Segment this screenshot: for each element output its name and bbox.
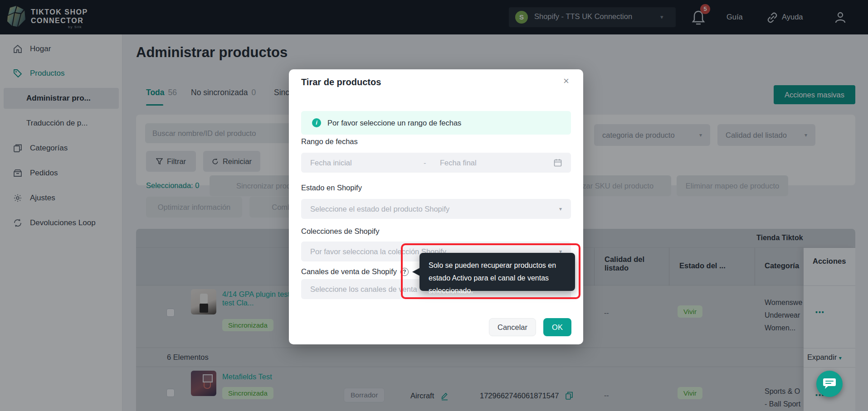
- app-root: TIKTOK SHOP CONNECTOR by Silk S Shopify …: [0, 0, 868, 411]
- tooltip-arrow: [412, 268, 420, 276]
- date-range-input[interactable]: Fecha inicial - Fecha final: [301, 153, 571, 173]
- pull-products-modal: Tirar de productos × i Por favor selecci…: [289, 69, 583, 344]
- modal-title: Tirar de productos: [301, 77, 381, 87]
- question-circle-icon[interactable]: ?: [400, 268, 409, 276]
- close-icon[interactable]: ×: [563, 75, 569, 87]
- shopify-status-label: Estado en Shopify: [301, 184, 362, 192]
- chat-bubble-icon: [823, 377, 836, 390]
- date-start-placeholder[interactable]: Fecha inicial: [310, 159, 424, 167]
- chevron-down-icon: ▾: [559, 206, 562, 212]
- date-range-label: Rango de fechas: [301, 137, 358, 146]
- sales-channel-tooltip: Solo se pueden recuperar productos en es…: [419, 253, 575, 291]
- info-banner: i Por favor seleccione un rango de fecha…: [301, 111, 571, 135]
- shopify-status-select[interactable]: Seleccione el estado del producto Shopif…: [301, 199, 571, 219]
- shopify-collections-label: Colecciones de Shopify: [301, 227, 379, 236]
- ok-button[interactable]: OK: [543, 318, 571, 336]
- date-separator: -: [424, 159, 440, 167]
- select-placeholder: Seleccione el estado del producto Shopif…: [310, 205, 559, 213]
- info-banner-text: Por favor seleccione un rango de fechas: [327, 119, 461, 127]
- date-end-placeholder[interactable]: Fecha final: [440, 159, 554, 167]
- chat-widget-button[interactable]: [816, 371, 843, 397]
- tooltip-text: estado Activo para el canal de ventas: [429, 274, 549, 282]
- calendar-icon: [554, 159, 562, 167]
- cancel-button[interactable]: Cancelar: [489, 318, 536, 336]
- sales-channels-label: Canales de venta de Shopify ?: [301, 267, 409, 276]
- tooltip-text: seleccionado.: [429, 287, 473, 295]
- info-icon: i: [312, 118, 321, 127]
- tooltip-text: Solo se pueden recuperar productos en: [429, 261, 556, 269]
